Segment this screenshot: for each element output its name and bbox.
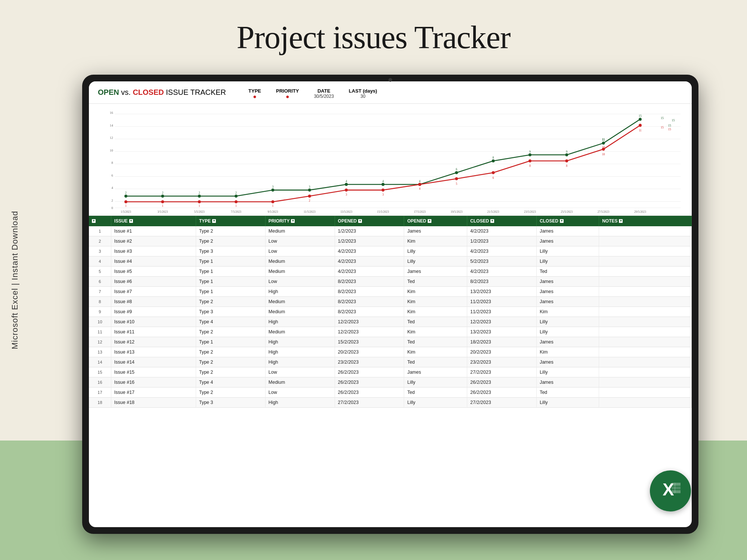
cell-issue: Issue #5 (111, 267, 196, 277)
cell-notes (599, 388, 692, 398)
priority-field: PRIORITY ● (276, 88, 299, 100)
svg-text:15: 15 (661, 126, 664, 129)
table-header-row: ▼ ISSUE▼ TYPE▼ PRIORITY▼ OPENED▼ OPENED▼… (89, 216, 692, 226)
filter-opened-by-icon[interactable]: ▼ (428, 219, 431, 223)
svg-text:3: 3 (272, 185, 273, 189)
table-row: 11 Issue #11 Type 2 Medium 12/2/2023 Kim… (89, 327, 692, 337)
table-row: 18 Issue #18 Type 3 High 27/2/2023 Lilly… (89, 398, 692, 408)
cell-issue: Issue #8 (111, 297, 196, 307)
cell-opened-by: Kim (404, 327, 467, 337)
cell-priority: High (265, 287, 335, 297)
cell-priority: High (265, 347, 335, 357)
cell-num: 10 (89, 317, 111, 327)
svg-text:8: 8 (529, 164, 531, 168)
svg-point-70 (382, 189, 385, 192)
cell-issue: Issue #17 (111, 388, 196, 398)
svg-text:15: 15 (672, 118, 675, 122)
cell-issue: Issue #14 (111, 357, 196, 367)
filter-icon[interactable]: ▼ (92, 219, 96, 223)
svg-point-72 (455, 177, 458, 180)
cell-opened-date: 1/2/2023 (335, 226, 404, 236)
cell-closed-by: Ted (536, 267, 599, 277)
svg-point-46 (602, 141, 605, 144)
cell-opened-date: 8/2/2023 (335, 277, 404, 287)
svg-text:11: 11 (639, 129, 642, 132)
cell-closed-by: Lilly (536, 246, 599, 256)
filter-closed-by-icon[interactable]: ▼ (560, 219, 564, 223)
svg-text:13/5/2023: 13/5/2023 (340, 210, 352, 214)
svg-text:27/5/2023: 27/5/2023 (598, 210, 610, 214)
issues-chart: 0 2 4 6 8 10 12 14 16 (104, 108, 684, 214)
svg-text:15/5/2023: 15/5/2023 (377, 210, 389, 214)
cell-closed-by: James (536, 297, 599, 307)
svg-text:11/5/2023: 11/5/2023 (304, 210, 316, 214)
filter-issue-icon[interactable]: ▼ (129, 219, 133, 223)
svg-point-75 (565, 159, 568, 162)
cell-type: Type 2 (196, 357, 265, 367)
svg-point-42 (455, 171, 458, 174)
cell-num: 4 (89, 256, 111, 267)
cell-closed-date: 27/2/2023 (467, 398, 537, 408)
cell-type: Type 3 (196, 398, 265, 408)
col-issue-header: ISSUE▼ (111, 216, 196, 226)
svg-text:7/5/2023: 7/5/2023 (231, 210, 241, 214)
svg-point-77 (639, 124, 642, 127)
cell-type: Type 4 (196, 317, 265, 327)
cell-opened-by: Lilly (404, 246, 467, 256)
excel-logo-icon: X (657, 476, 684, 506)
issues-table: ▼ ISSUE▼ TYPE▼ PRIORITY▼ OPENED▼ OPENED▼… (89, 216, 692, 408)
cell-num: 9 (89, 307, 111, 317)
cell-closed-date: 13/2/2023 (467, 327, 537, 337)
svg-point-47 (639, 118, 642, 121)
table-row: 16 Issue #16 Type 4 Medium 26/2/2023 Lil… (89, 377, 692, 388)
svg-rect-103 (672, 486, 681, 489)
svg-text:1: 1 (162, 204, 163, 208)
cell-notes (599, 327, 692, 337)
cell-closed-by: Lilly (536, 327, 599, 337)
cell-num: 8 (89, 297, 111, 307)
table-row: 7 Issue #7 Type 1 High 8/2/2023 Kim 13/2… (89, 287, 692, 297)
svg-text:1: 1 (199, 204, 200, 208)
cell-opened-date: 20/2/2023 (335, 347, 404, 357)
cell-type: Type 1 (196, 267, 265, 277)
cell-priority: High (265, 317, 335, 327)
cell-notes (599, 377, 692, 388)
filter-notes-icon[interactable]: ▼ (619, 219, 623, 223)
svg-point-33 (124, 195, 127, 197)
svg-point-67 (271, 200, 274, 203)
type-field: TYPE ● (248, 88, 261, 100)
cell-issue: Issue #9 (111, 307, 196, 317)
col-closed-date-header: CLOSED▼ (467, 216, 537, 226)
cell-num: 3 (89, 246, 111, 256)
svg-text:6: 6 (456, 168, 457, 171)
filter-closed-date-icon[interactable]: ▼ (490, 219, 494, 223)
svg-point-45 (565, 153, 568, 156)
svg-point-65 (198, 200, 201, 203)
filter-type-icon[interactable]: ▼ (212, 219, 216, 223)
cell-issue: Issue #2 (111, 236, 196, 246)
col-closed-by-header: CLOSED▼ (536, 216, 599, 226)
svg-text:1: 1 (272, 204, 273, 208)
table-header: ▼ ISSUE▼ TYPE▼ PRIORITY▼ OPENED▼ OPENED▼… (89, 216, 692, 226)
cell-num: 1 (89, 226, 111, 236)
cell-issue: Issue #13 (111, 347, 196, 357)
svg-point-38 (308, 189, 311, 192)
cell-num: 11 (89, 327, 111, 337)
cell-closed-by: Kim (536, 307, 599, 317)
svg-text:2: 2 (162, 191, 163, 195)
cell-closed-date: 26/2/2023 (467, 377, 537, 388)
cell-type: Type 1 (196, 337, 265, 347)
cell-priority: Low (265, 367, 335, 377)
vs-label: vs. (121, 88, 133, 96)
cell-priority: High (265, 357, 335, 367)
svg-point-36 (235, 195, 238, 197)
svg-text:10: 10 (602, 145, 605, 149)
cell-issue: Issue #15 (111, 367, 196, 377)
cell-opened-by: Ted (404, 388, 467, 398)
tablet-screen: OPEN vs. CLOSED ISSUE TRACKER TYPE ● PRI… (89, 81, 692, 527)
filter-priority-icon[interactable]: ▼ (291, 219, 295, 223)
cell-notes (599, 277, 692, 287)
svg-point-34 (161, 195, 164, 197)
cell-opened-date: 4/2/2023 (335, 267, 404, 277)
filter-opened-date-icon[interactable]: ▼ (358, 219, 362, 223)
